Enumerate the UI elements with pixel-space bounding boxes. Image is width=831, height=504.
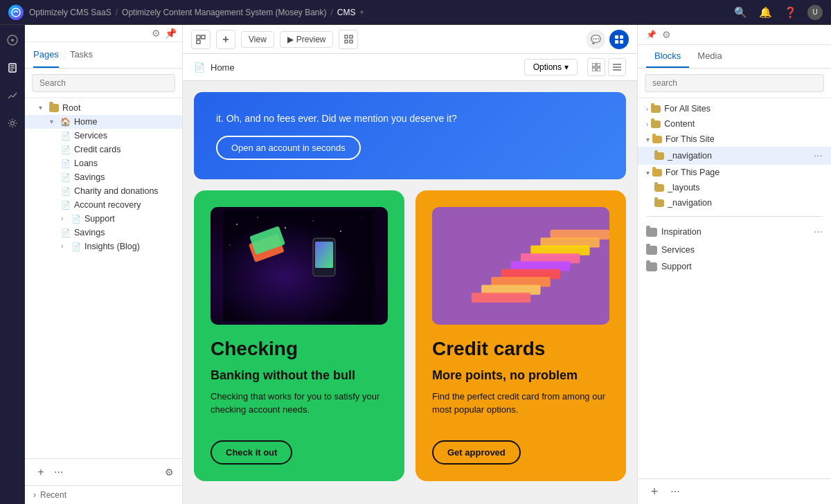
loans-page-icon: 📄 — [61, 159, 71, 168]
right-tree-for-all-sites[interactable]: › For All Sites ··· — [638, 101, 831, 116]
for-this-page-label: For This Page — [665, 168, 720, 177]
right-tree-navigation-2[interactable]: _navigation ··· — [638, 195, 831, 210]
add-page-button[interactable]: + — [33, 465, 48, 480]
tab-pages[interactable]: Pages — [33, 42, 59, 68]
preview-button[interactable]: ▶ Preview — [280, 31, 334, 48]
media-panel-button[interactable] — [609, 30, 629, 49]
right-panel-footer: + ··· — [638, 478, 831, 504]
svg-rect-19 — [592, 63, 596, 66]
support-folder-icon: 📄 — [71, 215, 81, 224]
recent-chevron-icon: › — [33, 490, 36, 500]
breadcrumb-sep-1: / — [116, 8, 118, 17]
navigation-more[interactable]: ··· — [814, 150, 823, 162]
help-icon[interactable]: ❓ — [783, 5, 798, 20]
right-search — [638, 69, 831, 98]
tree-item-home[interactable]: ▾ 🏠 Home ··· — [25, 115, 182, 129]
tree-item-services[interactable]: 📄 Services — [25, 129, 182, 143]
tree-item-credit-cards[interactable]: 📄 Credit cards — [25, 143, 182, 156]
footer-gear-icon[interactable]: ⚙ — [165, 467, 174, 478]
svg-rect-21 — [592, 68, 596, 71]
svg-rect-9 — [202, 35, 205, 39]
right-section-services[interactable]: Services ··· — [638, 242, 831, 258]
add-block-button[interactable]: + — [216, 30, 235, 49]
analytics-icon[interactable] — [4, 87, 21, 104]
svg-point-32 — [361, 217, 361, 217]
open-account-button[interactable]: Open an account in seconds — [216, 136, 361, 160]
expand-button[interactable] — [339, 30, 358, 49]
blocks-search-input[interactable] — [645, 74, 824, 92]
insights-chevron: › — [61, 242, 69, 251]
tree-item-insights[interactable]: › 📄 Insights (Blog) — [25, 240, 182, 253]
for-all-sites-folder-icon — [651, 105, 661, 113]
view-button[interactable]: View — [241, 31, 274, 48]
breadcrumb-cms[interactable]: CMS — [337, 8, 356, 17]
blue-banner-text: it. Oh, and no fees ever. Did we mention… — [216, 111, 604, 126]
breadcrumb-cms-mosey[interactable]: Optimizely Content Management System (Mo… — [122, 8, 326, 17]
right-section-inspiration[interactable]: Inspiration ··· — [638, 222, 831, 242]
tree-item-account-recovery[interactable]: 📄 Account recovery — [25, 198, 182, 212]
right-panel-divider — [646, 216, 823, 217]
editor-toolbar: + View ▶ Preview 💬 — [183, 25, 637, 54]
panel-settings-icon[interactable]: ⚙ — [152, 28, 161, 39]
svg-point-30 — [312, 220, 314, 222]
tree-item-savings-1[interactable]: 📄 Savings — [25, 170, 182, 184]
bell-icon[interactable]: 🔔 — [758, 5, 773, 20]
svg-rect-10 — [197, 40, 200, 44]
left-panel-tabs: Pages Tasks — [25, 42, 182, 69]
svg-rect-11 — [345, 35, 348, 38]
breadcrumb-cms-saas[interactable]: Optimizely CMS SaaS — [29, 8, 111, 17]
for-this-page-chevron: ▾ — [646, 169, 650, 177]
breadcrumb-bar: 📄 Home Options ▾ — [183, 54, 637, 81]
footer-more-button[interactable]: ··· — [54, 466, 63, 478]
grid-view-button[interactable] — [587, 58, 605, 76]
search-icon[interactable]: 🔍 — [733, 5, 748, 20]
tree-item-root[interactable]: ▾ Root — [25, 101, 182, 115]
inspiration-more[interactable]: ··· — [814, 226, 823, 238]
right-panel-pin-icon: 📌 — [646, 30, 656, 39]
recent-section[interactable]: › Recent — [25, 485, 182, 504]
for-this-site-folder-icon — [652, 136, 662, 143]
tree-item-charity[interactable]: 📄 Charity and donations — [25, 184, 182, 198]
tree-item-support[interactable]: › 📄 Support — [25, 212, 182, 226]
checking-card-image — [211, 207, 388, 325]
right-more-button[interactable]: ··· — [667, 483, 683, 500]
logo[interactable] — [8, 5, 24, 20]
tab-media[interactable]: Media — [689, 45, 730, 68]
right-tree-for-this-site[interactable]: ▾ For This Site ··· — [638, 132, 831, 147]
right-add-button[interactable]: + — [646, 483, 663, 500]
right-tree-for-this-page[interactable]: ▾ For This Page ··· — [638, 165, 831, 180]
pages-search-input[interactable] — [32, 74, 175, 92]
settings-icon[interactable] — [4, 115, 21, 132]
left-panel-search — [25, 69, 182, 98]
structure-button[interactable] — [191, 30, 211, 49]
dashboard-icon[interactable] — [4, 32, 21, 48]
credit-cards-title: Credit cards — [432, 339, 609, 360]
center-area: + View ▶ Preview 💬 📄 Home Options — [183, 25, 637, 504]
list-view-button[interactable] — [608, 58, 626, 76]
svg-point-27 — [236, 224, 238, 225]
pages-icon[interactable] — [4, 60, 21, 76]
right-tree-navigation[interactable]: _navigation ··· — [638, 147, 831, 165]
check-it-out-button[interactable]: Check it out — [211, 440, 292, 465]
options-button[interactable]: Options ▾ — [524, 59, 578, 75]
breadcrumb-home-icon: 📄 — [194, 62, 205, 73]
insights-label: Insights (Blog) — [84, 242, 177, 251]
comment-button[interactable]: 💬 — [586, 30, 605, 49]
tab-blocks[interactable]: Blocks — [646, 45, 689, 68]
for-all-sites-chevron: › — [646, 105, 648, 113]
user-avatar[interactable]: U — [807, 5, 823, 20]
tree-item-loans[interactable]: 📄 Loans — [25, 156, 182, 170]
svg-point-33 — [229, 244, 231, 246]
right-tree-layouts[interactable]: _layouts ··· — [638, 180, 831, 195]
tree-item-savings-2[interactable]: 📄 Savings — [25, 226, 182, 240]
for-this-page-folder-icon — [652, 169, 662, 177]
tab-tasks[interactable]: Tasks — [70, 42, 93, 68]
get-approved-button[interactable]: Get approved — [432, 440, 521, 465]
home-chevron: ▾ — [50, 118, 58, 126]
right-section-support[interactable]: Support ··· — [638, 258, 831, 275]
right-tree-content[interactable]: › Content ··· — [638, 116, 831, 132]
right-panel-gear-icon[interactable]: ⚙ — [662, 29, 671, 40]
panel-pin-icon[interactable]: 📌 — [165, 28, 177, 39]
account-recovery-icon: 📄 — [61, 201, 71, 210]
svg-point-28 — [257, 217, 258, 218]
